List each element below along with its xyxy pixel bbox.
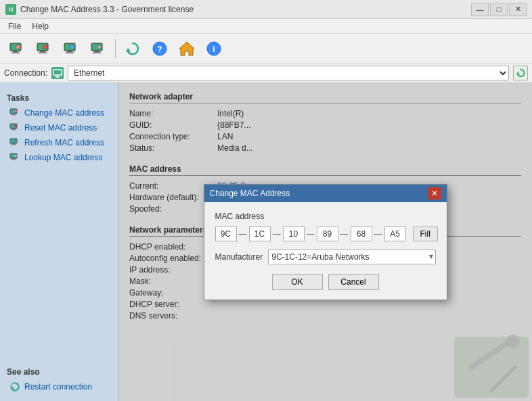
mac-field-2[interactable] [283, 227, 305, 241]
reset-mac-toolbar-btn[interactable] [31, 37, 57, 61]
svg-rect-5 [40, 51, 45, 52]
svg-marker-19 [179, 42, 194, 55]
svg-rect-10 [66, 52, 74, 53]
title-bar: M Change MAC Address 3.3 - Government li… [0, 0, 532, 19]
toolbar: ? i [0, 34, 532, 64]
mac-inputs: — — — — — Fill [215, 227, 436, 241]
manufacturer-select[interactable]: 9C-1C-12=Aruba Networks 00-00-00=Unknown [268, 250, 435, 264]
content-area: Network adapter Name: Intel(R) GUID: {88… [118, 82, 532, 401]
mac-field-1[interactable] [249, 227, 271, 241]
connection-refresh-btn[interactable] [513, 66, 528, 80]
change-mac-toolbar-btn[interactable] [4, 37, 30, 61]
refresh-mac-icon [9, 137, 20, 148]
svg-rect-40 [12, 159, 16, 160]
mac-sep-2: — [307, 229, 315, 239]
svg-rect-1 [13, 51, 18, 52]
fill-button[interactable]: Fill [413, 227, 438, 241]
svg-rect-11 [70, 45, 74, 49]
mac-section-label: MAC address [215, 212, 436, 221]
see-also-label: See also [0, 363, 118, 379]
lookup-mac-toolbar-btn[interactable] [85, 37, 111, 61]
cancel-button[interactable]: Cancel [328, 274, 379, 290]
mac-field-0[interactable] [215, 227, 237, 241]
sidebar-item-change-mac[interactable]: Change MAC address [0, 105, 118, 120]
connection-label: Connection: [4, 68, 47, 78]
svg-rect-33 [14, 125, 17, 127]
svg-rect-13 [94, 51, 99, 52]
svg-rect-6 [39, 52, 47, 53]
svg-rect-36 [12, 144, 16, 145]
svg-rect-2 [12, 52, 20, 53]
svg-rect-14 [93, 52, 101, 53]
mac-field-4[interactable] [351, 227, 372, 241]
modal-close-button[interactable]: ✕ [428, 187, 441, 199]
sidebar-item-refresh-mac[interactable]: Refresh MAC address [0, 135, 118, 150]
maximize-button[interactable]: □ [490, 3, 508, 16]
svg-text:i: i [213, 45, 215, 54]
see-also-section: See also Restart connection [0, 356, 118, 394]
reset-mac-icon [9, 122, 20, 133]
svg-rect-9 [67, 51, 72, 52]
menu-file[interactable]: File [3, 20, 26, 32]
change-mac-icon [9, 108, 20, 118]
help-icon-btn[interactable]: ? [147, 37, 173, 61]
modal-overlay: Change MAC Address ✕ MAC address — — — [118, 82, 532, 401]
sidebar-lookup-mac-label: Lookup MAC address [24, 153, 102, 162]
svg-rect-22 [53, 70, 62, 75]
svg-rect-27 [12, 114, 16, 114]
info-icon-btn[interactable]: i [201, 37, 227, 61]
refresh-icon-btn[interactable] [120, 37, 146, 61]
sidebar-item-reset-mac[interactable]: Reset MAC address [0, 120, 118, 135]
ok-button[interactable]: OK [272, 274, 323, 290]
mac-field-3[interactable] [317, 227, 338, 241]
close-button[interactable]: ✕ [509, 3, 527, 16]
connection-select[interactable]: Ethernet Wi-Fi [68, 66, 509, 80]
modal-buttons: OK Cancel [215, 274, 436, 290]
svg-text:?: ? [157, 45, 162, 54]
mac-sep-1: — [273, 229, 281, 239]
restart-conn-icon [9, 381, 20, 392]
sidebar: Tasks Change MAC address Reset MAC addre… [0, 82, 118, 401]
menu-help[interactable]: Help [26, 20, 54, 32]
modal-body: MAC address — — — — — Fill [204, 202, 447, 300]
svg-rect-32 [12, 129, 16, 131]
change-mac-modal: Change MAC Address ✕ MAC address — — — [204, 184, 447, 300]
svg-rect-28 [12, 114, 16, 116]
manufacturer-select-wrap[interactable]: 9C-1C-12=Aruba Networks 00-00-00=Unknown [268, 250, 435, 264]
mac-sep-3: — [340, 229, 349, 239]
app-icon: M [5, 4, 16, 15]
sidebar-restart-conn-label: Restart connection [24, 382, 92, 392]
modal-titlebar: Change MAC Address ✕ [204, 185, 447, 202]
menu-bar: File Help [0, 19, 532, 34]
window-title: Change MAC Address 3.3 - Government lice… [20, 5, 194, 14]
connection-select-wrap[interactable]: Ethernet Wi-Fi [68, 66, 509, 80]
connection-icon [51, 67, 64, 79]
svg-rect-7 [43, 45, 47, 49]
mac-sep-4: — [374, 229, 382, 239]
refresh-mac-toolbar-btn[interactable] [58, 37, 84, 61]
svg-rect-41 [14, 155, 17, 157]
svg-rect-3 [16, 45, 20, 49]
manufacturer-row: Manufacturer 9C-1C-12=Aruba Networks 00-… [215, 250, 436, 264]
tasks-label: Tasks [0, 89, 118, 105]
connection-bar: Connection: Ethernet Wi-Fi [0, 64, 532, 82]
svg-rect-37 [14, 140, 17, 142]
svg-rect-35 [12, 143, 16, 144]
svg-marker-25 [516, 72, 520, 74]
sidebar-change-mac-label: Change MAC address [24, 108, 104, 118]
svg-rect-39 [12, 158, 16, 159]
sidebar-reset-mac-label: Reset MAC address [24, 123, 97, 133]
svg-rect-15 [97, 45, 102, 49]
home-icon-btn[interactable] [174, 37, 200, 61]
minimize-button[interactable]: — [471, 3, 489, 16]
mac-sep-0: — [239, 229, 247, 239]
mac-field-5[interactable] [384, 227, 406, 241]
sidebar-refresh-mac-label: Refresh MAC address [24, 138, 104, 147]
sidebar-item-restart-conn[interactable]: Restart connection [0, 379, 118, 394]
modal-title: Change MAC Address [210, 189, 290, 198]
svg-marker-16 [126, 48, 131, 52]
manufacturer-label: Manufacturer [215, 252, 263, 262]
svg-rect-31 [12, 128, 16, 129]
sidebar-item-lookup-mac[interactable]: Lookup MAC address [0, 150, 118, 165]
svg-rect-29 [14, 110, 17, 112]
